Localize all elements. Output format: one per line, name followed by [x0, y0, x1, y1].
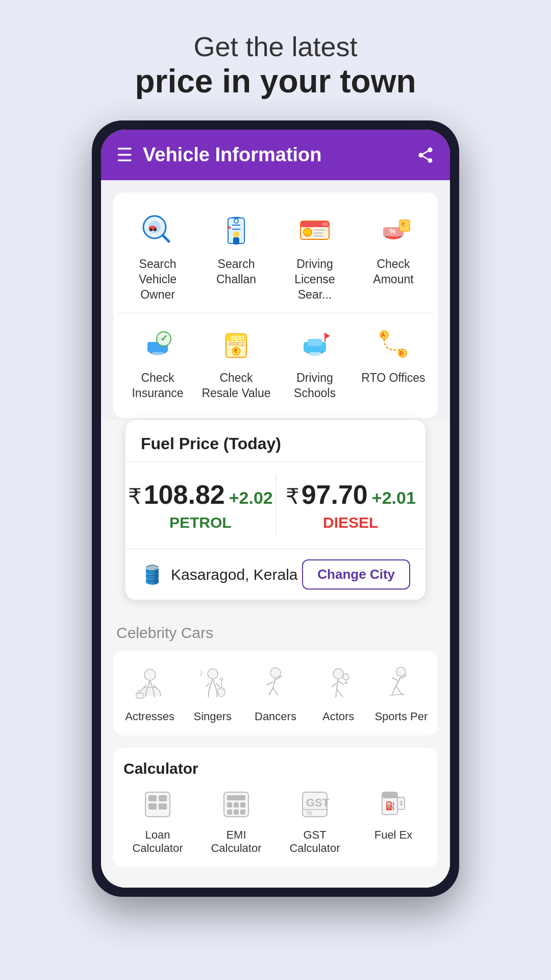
gst-calculator-icon: GST % — [297, 787, 333, 822]
svg-text:A: A — [381, 332, 385, 338]
diesel-label: DIESEL — [323, 514, 378, 531]
petrol-label: PETROL — [169, 514, 232, 531]
check-insurance-label: Check Insurance — [122, 371, 193, 401]
svg-rect-59 — [136, 693, 143, 698]
svg-rect-104 — [234, 802, 239, 807]
svg-text:GST: GST — [306, 796, 330, 809]
svg-line-63 — [209, 679, 213, 689]
change-city-button[interactable]: Change City — [302, 559, 410, 590]
svg-rect-102 — [227, 795, 245, 800]
svg-text:PRICE: PRICE — [229, 341, 245, 347]
calculator-item-gst[interactable]: GST % GST Calculator — [279, 787, 350, 855]
celebrity-item-sports[interactable]: Sports Per — [370, 663, 432, 723]
petrol-col: ₹ 108.82 +2.02 PETROL — [126, 474, 276, 536]
svg-rect-98 — [159, 795, 167, 801]
calculator-item-fuel[interactable]: $ ⛽ Fuel Ex — [358, 787, 429, 855]
svg-text:⛽: ⛽ — [385, 801, 395, 811]
calculator-item-loan[interactable]: Loan Calculator — [122, 787, 193, 855]
fuel-card-header: Fuel Price (Today) — [126, 420, 425, 461]
fuel-location-icon: 🛢️ — [141, 564, 164, 585]
hamburger-icon[interactable]: ☰ — [116, 144, 133, 166]
emi-calculator-icon — [218, 787, 254, 822]
grid-card: Search Vehicle Owner — [113, 192, 438, 418]
svg-line-82 — [336, 689, 337, 697]
check-resale-icon: BEST PRICE ₹ — [216, 324, 257, 364]
grid-item-rto-offices[interactable]: A B RTO Offices — [358, 324, 429, 401]
headline-bold: price in your town — [135, 62, 416, 100]
search-vehicle-owner-icon — [137, 210, 178, 251]
calculator-header: Calculator — [118, 760, 433, 787]
svg-rect-20 — [314, 235, 324, 237]
svg-line-92 — [396, 686, 403, 695]
svg-rect-107 — [234, 810, 239, 815]
actors-icon — [318, 663, 359, 704]
svg-rect-97 — [148, 795, 157, 801]
celebrity-item-dancers[interactable]: Dancers — [245, 663, 306, 723]
grid-item-check-resale[interactable]: BEST PRICE ₹ Check Resale Value — [201, 324, 272, 401]
driving-schools-icon — [294, 324, 335, 364]
svg-line-60 — [137, 690, 139, 693]
svg-text:B: B — [399, 350, 404, 356]
svg-line-64 — [213, 679, 216, 689]
svg-line-93 — [392, 678, 398, 681]
celebrity-row: Actresses — [118, 663, 433, 723]
diesel-change: +2.01 — [372, 488, 416, 508]
check-amount-icon: % ₹ — [373, 210, 414, 251]
app-bar-title: Vehicle Information — [143, 144, 406, 166]
driving-license-icon — [294, 210, 335, 251]
svg-point-74 — [270, 668, 281, 678]
svg-point-62 — [208, 669, 218, 679]
celebrity-item-actresses[interactable]: Actresses — [119, 663, 181, 723]
svg-line-83 — [337, 689, 343, 697]
driving-schools-label: Driving Schools — [279, 371, 350, 401]
celebrity-item-actors[interactable]: Actors — [308, 663, 369, 723]
svg-point-3 — [149, 228, 153, 231]
sports-label: Sports Per — [374, 710, 428, 723]
rto-offices-label: RTO Offices — [361, 371, 425, 386]
svg-text:₹: ₹ — [234, 348, 237, 354]
svg-line-85 — [338, 681, 344, 685]
svg-rect-106 — [227, 810, 232, 815]
grid-item-driving-schools[interactable]: Driving Schools — [279, 324, 350, 401]
actors-label: Actors — [322, 710, 354, 723]
svg-text:✓: ✓ — [160, 333, 168, 344]
grid-section: Search Vehicle Owner — [101, 180, 450, 430]
grid-item-check-amount[interactable]: % ₹ Check Amount — [358, 210, 429, 303]
gst-calculator-label: GST Calculator — [279, 828, 350, 855]
diesel-amount-row: ₹ 97.70 +2.01 — [286, 479, 416, 510]
celebrity-item-singers[interactable]: ♪ Singers — [182, 663, 243, 723]
svg-point-89 — [396, 667, 406, 676]
search-challan-icon — [216, 210, 257, 251]
grid-item-driving-license[interactable]: Driving License Sear... — [279, 210, 350, 303]
grid-divider — [118, 313, 433, 313]
svg-rect-103 — [227, 802, 232, 807]
app-bar: ☰ Vehicle Information — [101, 130, 450, 180]
svg-text:%: % — [389, 227, 396, 235]
calculator-item-emi[interactable]: EMI Calculator — [201, 787, 272, 855]
celebrity-section: Celebrity Cars — [101, 612, 450, 736]
celebrity-card: Actresses — [113, 651, 438, 736]
headline-section: Get the latest price in your town — [135, 31, 416, 100]
petrol-amount-row: ₹ 108.82 +2.02 — [128, 479, 273, 510]
svg-line-76 — [269, 688, 273, 695]
svg-rect-14 — [228, 226, 230, 228]
check-amount-label: Check Amount — [358, 257, 429, 287]
svg-marker-47 — [325, 333, 330, 339]
svg-line-90 — [396, 676, 401, 686]
grid-item-search-challan[interactable]: Search Challan — [201, 210, 272, 303]
grid-item-search-vehicle-owner[interactable]: Search Vehicle Owner — [122, 210, 193, 303]
svg-line-65 — [208, 689, 209, 697]
svg-text:♪: ♪ — [199, 668, 204, 678]
share-icon[interactable] — [416, 146, 435, 164]
headline-top: Get the latest — [135, 31, 416, 62]
svg-line-81 — [337, 679, 338, 689]
svg-rect-18 — [314, 229, 326, 231]
svg-line-77 — [273, 688, 278, 695]
petrol-currency: ₹ — [128, 484, 142, 509]
fuel-calculator-label: Fuel Ex — [374, 828, 413, 842]
svg-text:$: $ — [399, 800, 403, 807]
svg-rect-99 — [148, 803, 157, 810]
calculator-row: Loan Calculator — [118, 787, 433, 855]
grid-item-check-insurance[interactable]: ✓ Check Insurance — [122, 324, 193, 401]
petrol-amount: 108.82 — [144, 479, 225, 510]
